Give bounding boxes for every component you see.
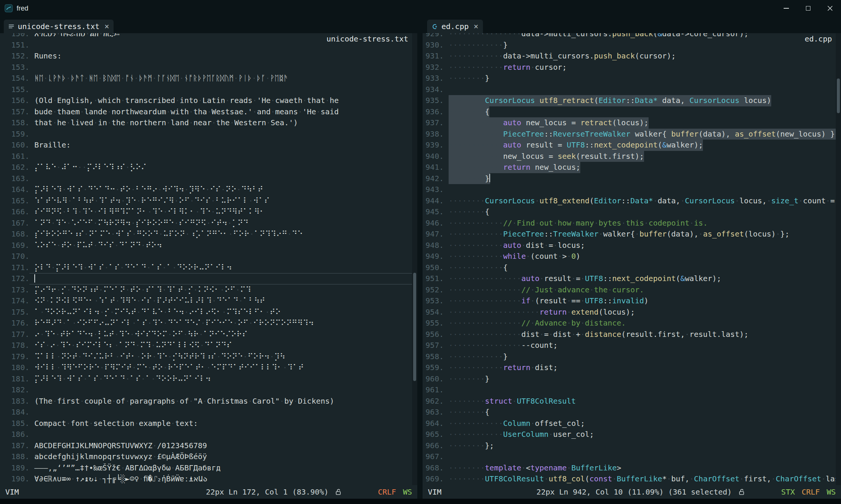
code-line[interactable]: 965.············UserColumn·user_col; — [423, 429, 841, 440]
line-number: 962. — [423, 396, 444, 407]
text-editor-ed-cpp[interactable]: 929.················data->multi_cursors.… — [423, 33, 841, 485]
code-line[interactable]: 932.············return·cursor; — [423, 62, 841, 73]
code-line[interactable]: 953.················if·(result·==·UTF8::… — [423, 295, 841, 307]
code-line[interactable]: 942.········} — [423, 173, 841, 184]
code-line[interactable]: 172. — [0, 273, 417, 284]
code-line[interactable]: 945.········{ — [423, 206, 841, 218]
vertical-scrollbar[interactable] — [836, 33, 841, 485]
minimize-button[interactable] — [775, 0, 797, 17]
code-line[interactable]: 162.⡌⠁⠧⠑·⠼⠁⠒··⡍⠜⠇⠑⠹⠰⠎·⡣⠕⠌ — [0, 162, 417, 173]
close-button[interactable] — [819, 0, 841, 17]
code-line[interactable]: 955.················//·Advance·by·distan… — [423, 318, 841, 329]
tab-unicode-stress-txt[interactable]: unicode-stress.txt × — [4, 20, 114, 33]
bottom-strip — [0, 499, 841, 504]
code-line[interactable]: 943. — [423, 184, 841, 195]
code-line[interactable]: 170. — [0, 251, 417, 262]
code-line[interactable]: 944.········CursorLocus·utf8_extend(Edit… — [423, 195, 841, 207]
code-line[interactable]: 183.(The·first·couple·of·paragraphs·of·"… — [0, 396, 417, 407]
code-line[interactable]: 163. — [0, 173, 417, 184]
code-line[interactable]: 950.············{ — [423, 262, 841, 274]
code-line[interactable]: 152.Runes: — [0, 51, 417, 62]
code-line[interactable]: 169.⠡⠕⠎⠑·⠞⠕·⠏⠥⠞·⠙⠊⠎·⠙⠁⠝⠙·⠞⠕⠲ — [0, 240, 417, 251]
code-line[interactable]: 179.⠩⠁⠇⠇·⠝⠕⠞·⠙⠊⠌⠥⠗⠃·⠊⠞⠂·⠕⠗·⠹⠑·⡊⠳⠝⠞⠗⠹⠰⠎·⠙… — [0, 351, 417, 363]
code-line[interactable]: 940.············new_locus·=·seek(result.… — [423, 151, 841, 162]
code-line[interactable]: 941.············return·new_locus; — [423, 162, 841, 173]
code-line[interactable]: 154.ᚻᛖ·ᚳᚹᚫᚦ·ᚦᚫᛏ·ᚻᛖ·ᛒᚢᛞᛖ·ᚩᚾ·ᚦᚫᛗ·ᛚᚪᚾᛞᛖ·ᚾᚩᚱ… — [0, 73, 417, 84]
code-line[interactable]: 166.⠎⠊⠛⠝⠫·⠃⠹·⠹⠑·⠊⠇⠻⠛⠹⠍⠁⠝⠂·⠹⠑·⠊⠇⠻⠅⠂·⠹⠑·⠥⠝… — [0, 206, 417, 218]
code-line[interactable]: 153. — [0, 62, 417, 73]
code-line[interactable]: 165.⠱⠁⠞⠑⠧⠻·⠁⠃⠳⠞·⠹⠁⠞⠲·⡹⠑·⠗⠑⠛⠊⠌⠻·⠕⠋·⠙⠊⠎·⠃⠥… — [0, 195, 417, 207]
scrollbar-thumb[interactable] — [837, 78, 840, 113]
line-number: 939. — [423, 140, 444, 151]
code-line[interactable]: 962.········struct·UTF8ColResult — [423, 396, 841, 407]
maximize-button[interactable] — [797, 0, 819, 17]
scrollbar-thumb[interactable] — [413, 273, 416, 381]
code-line[interactable]: 929.················data->multi_cursors.… — [423, 33, 841, 40]
code-line[interactable]: 960.········} — [423, 373, 841, 385]
tab-close-icon[interactable]: × — [474, 23, 478, 31]
code-line[interactable]: 938.············PieceTree::ReverseTreeWa… — [423, 129, 841, 140]
code-line[interactable]: 182. — [0, 384, 417, 396]
code-line[interactable]: 174.⠪⠝·⠅⠝⠪⠇⠫⠛⠑⠂·⠱⠁⠞·⠹⠻⠑·⠊⠎·⠏⠜⠞⠊⠊⠥⠇⠜⠇⠹·⠙⠑… — [0, 295, 417, 307]
code-line[interactable]: 184. — [0, 407, 417, 418]
code-line[interactable]: 168.⡎⠊⠗⠕⠕⠛⠑⠰⠎·⠝⠁⠍⠑·⠺⠁⠎·⠛⠕⠕⠙·⠥⠏⠕⠝·⠰⡡⠁⠝⠛⠑⠂… — [0, 229, 417, 240]
code-line[interactable]: 159. — [0, 129, 417, 140]
code-line[interactable]: 948.············auto·dist·=·locus; — [423, 240, 841, 251]
code-line[interactable]: 935.········CursorLocus·utf8_retract(Edi… — [423, 95, 841, 106]
code-line[interactable]: 957.················--count; — [423, 340, 841, 351]
code-line[interactable]: 946.············//·Find·out·how·many·byt… — [423, 218, 841, 229]
code-line[interactable]: 175.⠁·⠙⠕⠕⠗⠤⠝⠁⠊⠇⠲·⡊·⠍⠊⠣⠞·⠙⠁⠧⠑·⠃⠑⠲·⠔⠊⠇⠔⠫⠂·… — [0, 307, 417, 318]
code-line[interactable]: 930.············} — [423, 40, 841, 51]
code-line[interactable]: 185.Compact·font·selection·example·text: — [0, 418, 417, 429]
filename-overlay: unicode-stress.txt — [324, 33, 411, 45]
code-line[interactable]: 961. — [423, 384, 841, 396]
code-line[interactable]: 167.⠁⠝⠙·⠹⠑·⠡⠊⠑⠋·⠍⠳⠗⠝⠻⠲·⡎⠊⠗⠕⠕⠛⠑·⠎⠊⠛⠝⠫·⠊⠞⠲… — [0, 218, 417, 229]
code-line[interactable]: 931.············data->multi_cursors.push… — [423, 51, 841, 62]
code-line[interactable]: 934. — [423, 84, 841, 95]
code-line[interactable]: 936.········{ — [423, 106, 841, 118]
text-editor-unicode-stress[interactable]: 150.እግርህን·በፍራሽህ·ልክ·ዘርጋ።151.152.Runes:153… — [0, 33, 417, 485]
code-line[interactable]: 956.················dist·=·dist·+·distan… — [423, 329, 841, 340]
code-line[interactable]: 164.⡍⠜⠇⠑⠹·⠺⠁⠎·⠙⠑⠁⠙⠒·⠞⠕·⠃⠑⠛⠔·⠺⠊⠹⠲·⡹⠻⠑·⠊⠎·… — [0, 184, 417, 195]
code-line[interactable]: 967. — [423, 451, 841, 463]
code-line[interactable]: 964.············Column·offset_col; — [423, 418, 841, 429]
code-line[interactable]: 176.⠗⠑⠛⠜⠙·⠁·⠊⠕⠋⠋⠔⠤⠝⠁⠊⠇·⠁⠎·⠹⠑·⠙⠑⠁⠙⠑⠌·⠏⠊⠑⠊… — [0, 318, 417, 329]
code-line[interactable]: 947.············PieceTree::TreeWalker·wa… — [423, 229, 841, 240]
line-number: 173. — [0, 284, 29, 296]
code-line[interactable]: 952.················//·Just·advance·the·… — [423, 284, 841, 296]
code-line[interactable]: 954.····················return·extend(lo… — [423, 307, 841, 318]
code-line[interactable]: 188.abcdefghijklmnopqrstuvwxyz·£©µÀÆÖÞßé… — [0, 451, 417, 463]
line-number: 182. — [0, 384, 29, 396]
code-line[interactable]: 186. — [0, 429, 417, 440]
code-line[interactable]: 949.············while·(count·>·0) — [423, 251, 841, 262]
code-line[interactable]: 181.⡍⠜⠇⠑⠹·⠺⠁⠎·⠁⠎·⠙⠑⠁⠙·⠁⠎·⠁·⠙⠕⠕⠗⠤⠝⠁⠊⠇⠲ — [0, 373, 417, 385]
code-line[interactable]: 966.········}; — [423, 440, 841, 452]
vertical-scrollbar[interactable] — [412, 33, 417, 485]
code-line[interactable]: 959.············return·dist; — [423, 362, 841, 373]
tab-ed-cpp[interactable]: ed.cpp × — [427, 20, 483, 33]
tab-close-icon[interactable]: × — [105, 23, 109, 31]
code-line[interactable]: 187.ABCDEFGHIJKLMNOPQRSTUVWXYZ·/01234567… — [0, 440, 417, 452]
code-line[interactable]: 933.········} — [423, 73, 841, 84]
code-line[interactable]: 939.············auto·result·=·UTF8::next… — [423, 140, 841, 151]
code-line[interactable]: 189.–—―‚„‘’“”…‡†•‰œŠŸž€·ΑΒΓΔΩαβγδω·АБВГД… — [0, 463, 417, 474]
code-line[interactable]: 968.········template·<typename·BufferLik… — [423, 463, 841, 474]
code-line[interactable]: 171.⡕⠇⠙·⡍⠜⠇⠑⠹·⠺⠁⠎·⠁⠎·⠙⠑⠁⠙·⠁⠎·⠁·⠙⠕⠕⠗⠤⠝⠁⠊⠇… — [0, 262, 417, 274]
code-line[interactable]: 178.⠊⠎·⠔·⠹⠑·⠎⠊⠍⠊⠇⠑⠆·⠁⠝⠙·⠍⠹·⠥⠝⠙⠁⠇⠇⠪⠫·⠙⠁⠝⠙… — [0, 340, 417, 351]
code-line[interactable]: 156.(Old·English,·which·transcribed·into… — [0, 95, 417, 106]
code-line[interactable]: 969.········UTF8ColResult·utf8_col(const… — [423, 473, 841, 485]
code-line[interactable]: 180.⠺⠊⠇⠇·⠹⠻⠑⠋⠕⠗⠑·⠏⠻⠍⠊⠞·⠍⠑·⠞⠕·⠗⠑⠏⠑⠁⠞⠂·⠑⠍⠏… — [0, 362, 417, 373]
code-line[interactable]: 958.············} — [423, 351, 841, 363]
code-line[interactable]: 157.bude·thaem·lande·northweardum·with·t… — [0, 106, 417, 118]
code-line[interactable]: 177.⠔·⠹⠑·⠞⠗⠁⠙⠑⠲·⡃⠥⠞·⠹⠑·⠺⠊⠎⠙⠕⠍·⠕⠋·⠳⠗·⠁⠝⠊⠑… — [0, 329, 417, 340]
code-line[interactable]: 173.⡍⠔⠙⠖·⡊·⠙⠕⠝⠰⠞·⠍⠑⠁⠝·⠞⠕·⠎⠁⠹·⠹⠁⠞·⡊·⠅⠝⠪⠂·… — [0, 284, 417, 296]
code-line[interactable]: 951.················auto·result·=·UTF8::… — [423, 273, 841, 284]
code-line[interactable]: 155. — [0, 84, 417, 95]
code-line[interactable]: 160.Braille: — [0, 140, 417, 151]
pane-splitter[interactable] — [417, 33, 423, 499]
code-line[interactable]: 963.········{ — [423, 407, 841, 418]
code-line[interactable]: 158.that·he·lived·in·the·northern·land·n… — [0, 117, 417, 129]
code-line[interactable]: 190.∀∂∈ℝ∧∪≡∞·↑↗↨↻⇣·┐┼╔╘░►☺♀·ﬁ�⑀₂ἠḂӥẄɐː⍎א… — [0, 473, 417, 485]
code-line[interactable]: 161. — [0, 151, 417, 162]
code-line[interactable]: 937.············auto·new_locus·=·retract… — [423, 117, 841, 129]
